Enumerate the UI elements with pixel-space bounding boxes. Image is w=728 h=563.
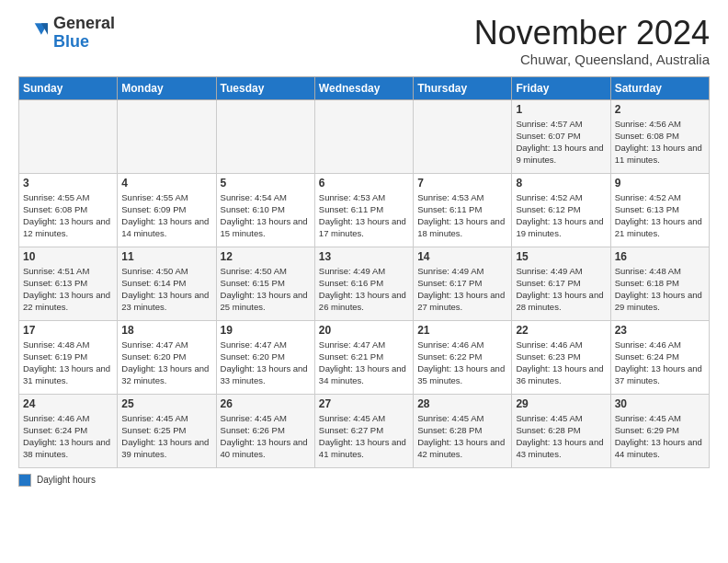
day-number: 28: [417, 397, 507, 410]
day-info: Sunrise: 4:45 AM Sunset: 6:27 PM Dayligh…: [319, 412, 409, 461]
week-row-3: 10Sunrise: 4:51 AM Sunset: 6:13 PM Dayli…: [19, 247, 710, 320]
week-row-2: 3Sunrise: 4:55 AM Sunset: 6:08 PM Daylig…: [19, 173, 710, 247]
day-info: Sunrise: 4:51 AM Sunset: 6:13 PM Dayligh…: [23, 265, 113, 314]
day-number: 22: [516, 324, 606, 337]
day-info: Sunrise: 4:46 AM Sunset: 6:23 PM Dayligh…: [516, 339, 606, 387]
col-header-tuesday: Tuesday: [216, 76, 314, 99]
day-number: 7: [417, 177, 507, 190]
day-number: 1: [516, 103, 606, 116]
day-cell: 4Sunrise: 4:55 AM Sunset: 6:09 PM Daylig…: [118, 173, 216, 247]
day-cell: 9Sunrise: 4:52 AM Sunset: 6:13 PM Daylig…: [610, 173, 709, 247]
header: General Blue November 2024 Chuwar, Queen…: [18, 15, 710, 67]
day-number: 26: [221, 397, 311, 410]
day-cell: [19, 99, 118, 173]
day-info: Sunrise: 4:55 AM Sunset: 6:08 PM Dayligh…: [23, 191, 113, 240]
day-info: Sunrise: 4:52 AM Sunset: 6:12 PM Dayligh…: [516, 191, 606, 240]
day-info: Sunrise: 4:52 AM Sunset: 6:13 PM Dayligh…: [615, 191, 705, 240]
day-info: Sunrise: 4:49 AM Sunset: 6:17 PM Dayligh…: [417, 265, 507, 314]
day-number: 5: [221, 177, 311, 190]
logo-icon: [18, 18, 48, 48]
day-info: Sunrise: 4:50 AM Sunset: 6:15 PM Dayligh…: [221, 265, 311, 314]
day-cell: 16Sunrise: 4:48 AM Sunset: 6:18 PM Dayli…: [610, 247, 709, 320]
day-cell: 19Sunrise: 4:47 AM Sunset: 6:20 PM Dayli…: [216, 320, 314, 394]
day-cell: 24Sunrise: 4:46 AM Sunset: 6:24 PM Dayli…: [19, 394, 118, 467]
day-cell: 7Sunrise: 4:53 AM Sunset: 6:11 PM Daylig…: [414, 173, 512, 247]
week-row-5: 24Sunrise: 4:46 AM Sunset: 6:24 PM Dayli…: [19, 394, 710, 467]
day-number: 6: [319, 177, 409, 190]
day-number: 2: [615, 103, 705, 116]
day-cell: 11Sunrise: 4:50 AM Sunset: 6:14 PM Dayli…: [118, 247, 216, 320]
col-header-sunday: Sunday: [19, 76, 118, 99]
day-cell: 26Sunrise: 4:45 AM Sunset: 6:26 PM Dayli…: [216, 394, 314, 467]
day-number: 12: [221, 250, 311, 263]
day-number: 4: [121, 177, 211, 190]
day-number: 19: [221, 324, 311, 337]
day-number: 25: [121, 397, 211, 410]
day-info: Sunrise: 4:55 AM Sunset: 6:09 PM Dayligh…: [121, 191, 211, 240]
day-number: 8: [516, 177, 606, 190]
col-header-wednesday: Wednesday: [314, 76, 413, 99]
day-info: Sunrise: 4:45 AM Sunset: 6:29 PM Dayligh…: [615, 412, 705, 461]
day-info: Sunrise: 4:54 AM Sunset: 6:10 PM Dayligh…: [221, 191, 311, 240]
day-info: Sunrise: 4:46 AM Sunset: 6:24 PM Dayligh…: [615, 339, 705, 387]
col-header-thursday: Thursday: [414, 76, 512, 99]
logo: General Blue: [18, 15, 115, 52]
day-cell: [314, 99, 413, 173]
legend-label: Daylight hours: [37, 475, 96, 485]
col-header-monday: Monday: [118, 76, 216, 99]
day-cell: 30Sunrise: 4:45 AM Sunset: 6:29 PM Dayli…: [610, 394, 709, 467]
day-info: Sunrise: 4:49 AM Sunset: 6:16 PM Dayligh…: [319, 265, 409, 314]
day-number: 27: [319, 397, 409, 410]
day-info: Sunrise: 4:57 AM Sunset: 6:07 PM Dayligh…: [516, 118, 606, 167]
day-cell: 28Sunrise: 4:45 AM Sunset: 6:28 PM Dayli…: [414, 394, 512, 467]
day-info: Sunrise: 4:50 AM Sunset: 6:14 PM Dayligh…: [121, 265, 211, 314]
day-info: Sunrise: 4:47 AM Sunset: 6:20 PM Dayligh…: [121, 339, 211, 387]
day-info: Sunrise: 4:46 AM Sunset: 6:22 PM Dayligh…: [417, 339, 507, 387]
day-number: 14: [417, 250, 507, 263]
logo-general: General: [53, 14, 115, 32]
day-number: 16: [615, 250, 705, 263]
day-cell: [118, 99, 216, 173]
day-cell: 3Sunrise: 4:55 AM Sunset: 6:08 PM Daylig…: [19, 173, 118, 247]
day-cell: 17Sunrise: 4:48 AM Sunset: 6:19 PM Dayli…: [19, 320, 118, 394]
day-number: 20: [319, 324, 409, 337]
day-number: 9: [615, 177, 705, 190]
day-info: Sunrise: 4:48 AM Sunset: 6:19 PM Dayligh…: [23, 339, 113, 387]
day-cell: 5Sunrise: 4:54 AM Sunset: 6:10 PM Daylig…: [216, 173, 314, 247]
col-header-friday: Friday: [512, 76, 610, 99]
day-info: Sunrise: 4:53 AM Sunset: 6:11 PM Dayligh…: [417, 191, 507, 240]
day-number: 15: [516, 250, 606, 263]
col-header-saturday: Saturday: [610, 76, 709, 99]
day-info: Sunrise: 4:53 AM Sunset: 6:11 PM Dayligh…: [319, 191, 409, 240]
day-info: Sunrise: 4:45 AM Sunset: 6:25 PM Dayligh…: [121, 412, 211, 461]
day-info: Sunrise: 4:56 AM Sunset: 6:08 PM Dayligh…: [615, 118, 705, 167]
logo-blue: Blue: [53, 32, 89, 51]
day-cell: 18Sunrise: 4:47 AM Sunset: 6:20 PM Dayli…: [118, 320, 216, 394]
day-cell: 25Sunrise: 4:45 AM Sunset: 6:25 PM Dayli…: [118, 394, 216, 467]
day-number: 3: [23, 177, 113, 190]
day-cell: 8Sunrise: 4:52 AM Sunset: 6:12 PM Daylig…: [512, 173, 610, 247]
day-cell: 27Sunrise: 4:45 AM Sunset: 6:27 PM Dayli…: [314, 394, 413, 467]
day-number: 21: [417, 324, 507, 337]
day-cell: 12Sunrise: 4:50 AM Sunset: 6:15 PM Dayli…: [216, 247, 314, 320]
svg-rect-0: [18, 18, 48, 48]
calendar-table: SundayMondayTuesdayWednesdayThursdayFrid…: [18, 76, 710, 468]
day-cell: 15Sunrise: 4:49 AM Sunset: 6:17 PM Dayli…: [512, 247, 610, 320]
day-number: 30: [615, 397, 705, 410]
day-number: 10: [23, 250, 113, 263]
day-cell: 2Sunrise: 4:56 AM Sunset: 6:08 PM Daylig…: [610, 99, 709, 173]
day-info: Sunrise: 4:45 AM Sunset: 6:28 PM Dayligh…: [417, 412, 507, 461]
day-number: 29: [516, 397, 606, 410]
day-info: Sunrise: 4:45 AM Sunset: 6:26 PM Dayligh…: [221, 412, 311, 461]
day-cell: [216, 99, 314, 173]
day-cell: 10Sunrise: 4:51 AM Sunset: 6:13 PM Dayli…: [19, 247, 118, 320]
day-number: 24: [23, 397, 113, 410]
footer: Daylight hours: [18, 474, 710, 487]
month-title: November 2024: [474, 15, 710, 52]
day-info: Sunrise: 4:48 AM Sunset: 6:18 PM Dayligh…: [615, 265, 705, 314]
day-number: 17: [23, 324, 113, 337]
day-info: Sunrise: 4:46 AM Sunset: 6:24 PM Dayligh…: [23, 412, 113, 461]
legend-box: [18, 474, 31, 487]
logo-text: General Blue: [53, 15, 115, 52]
page: General Blue November 2024 Chuwar, Queen…: [0, 0, 728, 496]
